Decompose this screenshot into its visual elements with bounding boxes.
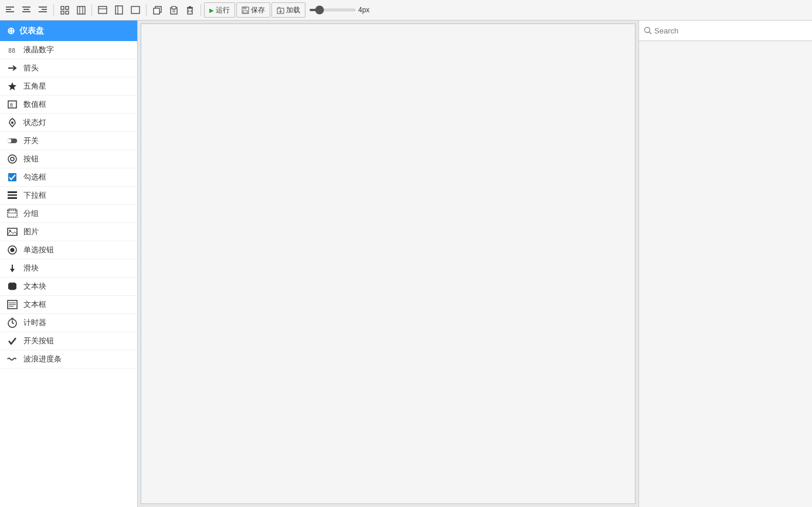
sidebar-item-status-light[interactable]: 状态灯 (0, 114, 137, 132)
svg-rect-49 (8, 194, 17, 196)
wave-progress-icon (7, 354, 18, 364)
sidebar-item-checkbox[interactable]: 勾选框 (0, 168, 137, 187)
group-icon (7, 208, 18, 219)
sidebar-item-label-wave-progress: 波浪进度条 (23, 354, 62, 364)
save-button[interactable]: 保存 (236, 2, 270, 18)
sidebar-header: ⊕ 仪表盘 (0, 21, 137, 41)
svg-rect-16 (98, 6, 107, 13)
svg-rect-50 (8, 197, 17, 199)
svg-rect-13 (77, 6, 85, 14)
sidebar-item-text-block[interactable]: 文本块 (0, 278, 137, 296)
sidebar-item-dropdown[interactable]: 下拉框 (0, 187, 137, 205)
separator-1 (53, 4, 54, 16)
svg-rect-12 (66, 11, 69, 14)
toolbar: ▶ 运行 保存 加载 4px (0, 0, 812, 21)
svg-point-44 (8, 139, 12, 143)
sidebar-item-radio[interactable]: 单选按钮 (0, 241, 137, 259)
sidebar-item-label-switch: 开关 (23, 136, 39, 146)
align-left-button[interactable] (2, 2, 18, 18)
svg-rect-28 (188, 8, 192, 14)
canvas-area[interactable] (138, 21, 638, 507)
sidebar-item-slider[interactable]: 滑块 (0, 259, 137, 278)
sidebar-item-group[interactable]: 分组 (0, 205, 137, 223)
svg-point-42 (11, 121, 13, 124)
sidebar-items-container: 88液晶数字箭头五角星8数值框状态灯开关按钮勾选框下拉框分组图片单选按钮滑块文本… (0, 41, 137, 369)
layout-button-1[interactable] (95, 2, 110, 18)
svg-point-67 (645, 28, 650, 33)
sidebar-item-number-box[interactable]: 8数值框 (0, 96, 137, 114)
run-button[interactable]: ▶ 运行 (204, 2, 235, 18)
sidebar-item-star[interactable]: 五角星 (0, 77, 137, 96)
sidebar-item-label-text-box: 文本框 (23, 299, 46, 310)
layout-button-3[interactable] (128, 2, 143, 18)
sidebar-item-label-group: 分组 (23, 208, 39, 219)
number-box-icon: 8 (7, 99, 18, 110)
sidebar-item-liquid-number[interactable]: 88液晶数字 (0, 41, 137, 59)
sidebar-item-text-box[interactable]: 文本框 (0, 296, 137, 314)
sidebar-item-toggle-btn[interactable]: 开关按钮 (0, 332, 137, 350)
copy-button[interactable] (150, 2, 165, 18)
svg-text:8: 8 (10, 102, 13, 108)
load-icon (277, 6, 284, 14)
svg-rect-9 (61, 6, 64, 9)
sidebar-item-button[interactable]: 按钮 (0, 150, 137, 168)
align-right-button[interactable] (35, 2, 50, 18)
layout-button-2[interactable] (111, 2, 127, 18)
sidebar-item-label-star: 五角星 (23, 81, 46, 92)
canvas[interactable] (141, 23, 636, 504)
stroke-control: 4px (309, 6, 369, 14)
svg-line-68 (650, 32, 652, 35)
status-light-icon (7, 117, 18, 128)
svg-rect-18 (115, 6, 123, 14)
radio-icon (7, 245, 18, 255)
svg-rect-34 (243, 7, 246, 9)
sidebar-item-label-text-block: 文本块 (23, 281, 46, 292)
sidebar-item-label-number-box: 数值框 (23, 99, 46, 110)
toggle-btn-icon (7, 336, 18, 346)
stroke-value: 4px (358, 6, 369, 14)
grid-button-1[interactable] (57, 2, 72, 18)
sidebar-item-label-radio: 单选按钮 (23, 245, 54, 255)
dropdown-icon (7, 190, 18, 201)
sidebar: ⊕ 仪表盘 88液晶数字箭头五角星8数值框状态灯开关按钮勾选框下拉框分组图片单选… (0, 21, 138, 507)
button-icon (7, 154, 18, 164)
sidebar-item-switch[interactable]: 开关 (0, 132, 137, 150)
delete-button[interactable] (182, 2, 198, 18)
svg-rect-52 (9, 209, 16, 213)
dashboard-icon: ⊕ (7, 25, 15, 36)
search-bar (639, 21, 812, 41)
separator-3 (146, 4, 147, 16)
stroke-slider[interactable] (309, 9, 356, 11)
checkbox-icon (7, 172, 18, 182)
star-icon (7, 81, 18, 92)
slider-icon (7, 263, 18, 273)
svg-marker-39 (8, 82, 16, 90)
svg-point-56 (11, 248, 15, 252)
svg-rect-48 (8, 191, 17, 193)
sidebar-item-timer[interactable]: 计时器 (0, 314, 137, 332)
search-input[interactable] (654, 26, 807, 35)
main-area: ⊕ 仪表盘 88液晶数字箭头五角星8数值框状态灯开关按钮勾选框下拉框分组图片单选… (0, 21, 812, 507)
arrow-icon (7, 63, 18, 73)
svg-rect-22 (154, 8, 159, 14)
sidebar-item-arrow[interactable]: 箭头 (0, 59, 137, 77)
sidebar-item-image[interactable]: 图片 (0, 223, 137, 241)
timer-icon (7, 317, 18, 328)
svg-rect-20 (131, 6, 140, 13)
text-box-icon (7, 299, 18, 310)
svg-marker-58 (10, 269, 15, 272)
paste-button[interactable] (166, 2, 181, 18)
svg-rect-33 (243, 11, 247, 13)
sidebar-item-label-status-light: 状态灯 (23, 117, 46, 128)
load-button[interactable]: 加载 (271, 2, 305, 18)
sidebar-item-wave-progress[interactable]: 波浪进度条 (0, 350, 137, 369)
svg-rect-53 (8, 228, 17, 235)
run-icon: ▶ (209, 7, 214, 13)
sidebar-item-label-arrow: 箭头 (23, 63, 39, 73)
switch-icon (7, 136, 18, 146)
grid-button-2[interactable] (73, 2, 89, 18)
svg-point-45 (8, 155, 16, 163)
align-center-button[interactable] (19, 2, 34, 18)
svg-text:88: 88 (8, 48, 15, 54)
separator-2 (91, 4, 92, 16)
